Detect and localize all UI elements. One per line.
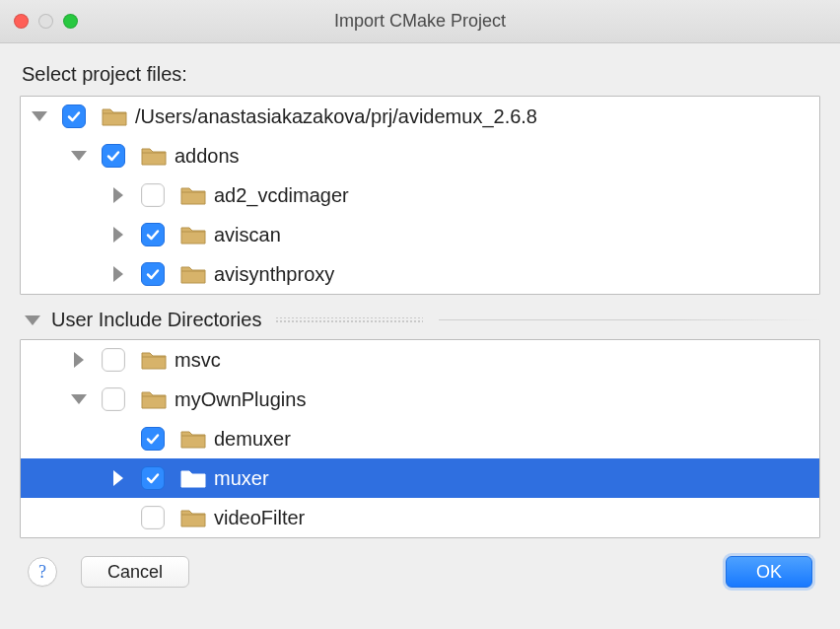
checkbox[interactable] [141,223,165,246]
project-files-tree[interactable]: /Users/anastasiakazakova/prj/avidemux_2.… [20,96,820,295]
folder-icon [180,224,206,245]
checkbox[interactable] [141,466,165,490]
spacer [107,428,129,450]
disclosure-triangle[interactable] [68,388,90,410]
folder-icon [141,388,167,410]
ok-button[interactable]: OK [726,556,812,588]
close-window-button[interactable] [14,14,29,29]
tree-row[interactable]: avisynthproxy [21,254,819,294]
dialog-footer: ? Cancel OK [0,538,840,588]
check-icon [66,108,82,124]
folder-icon [180,184,206,206]
section-divider-line [439,319,820,320]
tree-row[interactable]: myOwnPlugins [21,380,819,419]
cancel-button[interactable]: Cancel [81,556,189,588]
disclosure-triangle[interactable] [107,184,129,206]
folder-icon [180,507,206,528]
tree-row[interactable]: videoFilter [21,498,819,537]
tree-item-label: muxer [214,467,269,490]
folder-icon [102,105,127,127]
window-title: Import CMake Project [0,11,840,32]
user-include-section-header[interactable]: User Include Directories [22,309,820,331]
checkbox[interactable] [141,183,165,207]
traffic-lights [14,14,78,29]
select-files-label: Select project files: [22,63,820,86]
tree-item-label: avisynthproxy [214,263,334,286]
tree-row[interactable]: msvc [21,340,819,380]
checkbox[interactable] [102,387,125,411]
spacer [107,507,129,528]
check-icon [145,431,161,447]
titlebar: Import CMake Project [0,0,840,43]
user-include-tree[interactable]: msvc myOwnPlugins demuxer muxer videoFil [20,339,820,538]
tree-item-label: demuxer [214,428,291,451]
disclosure-triangle[interactable] [107,263,129,285]
tree-item-label: myOwnPlugins [175,388,306,411]
disclosure-triangle[interactable] [29,105,50,127]
help-button[interactable]: ? [28,557,57,587]
tree-row[interactable]: ad2_vcdimager [21,175,819,215]
check-icon [145,227,161,243]
checkbox[interactable] [141,262,165,286]
disclosure-triangle[interactable] [107,224,129,245]
section-divider [275,317,423,323]
checkbox[interactable] [102,144,125,168]
tree-row[interactable]: muxer [21,458,819,498]
check-icon [145,266,161,282]
tree-item-label: aviscan [214,224,281,246]
folder-icon [141,349,167,371]
folder-icon [180,428,206,450]
checkbox[interactable] [62,105,86,128]
folder-icon [141,145,167,167]
checkbox[interactable] [102,348,125,372]
tree-row[interactable]: /Users/anastasiakazakova/prj/avidemux_2.… [21,97,819,136]
disclosure-triangle[interactable] [68,145,90,167]
tree-item-label: msvc [175,349,221,372]
tree-item-label: addons [175,145,240,168]
section-disclosure[interactable] [22,310,43,331]
tree-row[interactable]: addons [21,136,819,175]
user-include-label: User Include Directories [51,309,261,331]
minimize-window-button [38,14,53,29]
tree-row[interactable]: demuxer [21,419,819,458]
disclosure-triangle[interactable] [107,467,129,489]
check-icon [105,148,121,164]
checkbox[interactable] [141,506,165,529]
disclosure-triangle[interactable] [68,349,90,371]
tree-row[interactable]: aviscan [21,215,819,254]
tree-item-label: videoFilter [214,507,305,529]
folder-icon [180,467,206,489]
checkbox[interactable] [141,427,165,451]
folder-icon [180,263,206,285]
check-icon [145,470,161,486]
tree-item-label: /Users/anastasiakazakova/prj/avidemux_2.… [135,105,537,128]
tree-item-label: ad2_vcdimager [214,184,349,207]
zoom-window-button[interactable] [63,14,78,29]
